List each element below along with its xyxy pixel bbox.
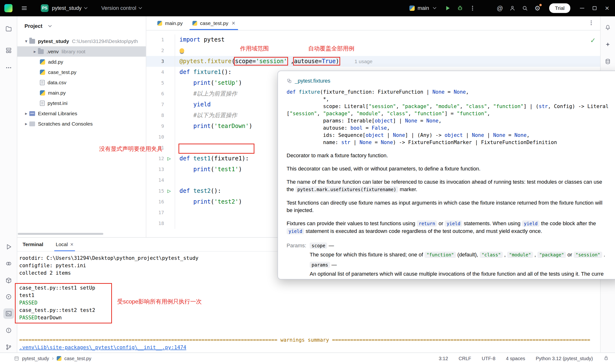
folder-icon — [38, 49, 44, 54]
text-segment: params: Iterable[ — [287, 118, 375, 124]
text-segment: ) -> FixtureFunctionMarker | FixtureFunc… — [393, 140, 557, 145]
project-badge[interactable]: PS — [41, 4, 49, 12]
hamburger-menu-icon[interactable] — [19, 3, 30, 14]
ai-assistant-icon[interactable] — [602, 39, 613, 50]
text-segment: PASSED — [19, 315, 38, 321]
text-segment: (fixture1): — [211, 155, 249, 162]
close-tab-icon[interactable]: × — [70, 241, 73, 248]
signature-line: name: str | None = None) -> FixtureFunct… — [287, 139, 611, 146]
chevron-collapsed-icon[interactable]: ▸ — [23, 111, 29, 116]
text-segment: This decorator can be used, with or with… — [287, 166, 481, 172]
breadcrumb-project[interactable]: pytest_study — [22, 356, 49, 361]
more-tool-windows-icon[interactable] — [3, 63, 14, 73]
minimize-icon[interactable] — [576, 3, 588, 14]
text-segment: ( — [232, 58, 235, 65]
pycharm-logo[interactable] — [4, 4, 13, 12]
python-interpreter[interactable]: Python 3.12 (pytest_study) — [536, 356, 593, 361]
maximize-icon[interactable] — [589, 3, 600, 14]
text-segment: case_test.py::test1 setUp — [19, 285, 95, 291]
line-separator[interactable]: CRLF — [459, 356, 471, 361]
file-encoding[interactable]: UTF-8 — [482, 356, 495, 361]
close-icon[interactable]: × — [602, 3, 613, 14]
version-control-tool-icon[interactable] — [3, 342, 14, 352]
tree-item-case-test.py[interactable]: case_test.py — [17, 67, 146, 77]
ai-mention-icon[interactable]: @ — [495, 3, 506, 14]
readonly-lock-icon[interactable] — [603, 355, 609, 362]
text-segment: def — [179, 188, 193, 194]
text-segment: print — [193, 79, 211, 86]
tree-item-data.csv[interactable]: data.csv — [17, 77, 146, 88]
line-number: 6 — [154, 88, 164, 99]
gutter: 15▷ — [146, 186, 175, 196]
text-segment: "package" — [402, 104, 429, 109]
tree-item-external-libraries[interactable]: ▸External Libraries — [17, 108, 146, 119]
param-name-chip: scope — [310, 243, 327, 249]
tree-item-main.py[interactable]: main.py — [17, 88, 146, 98]
project-panel-header[interactable]: Project — [17, 16, 146, 36]
chevron-collapsed-icon[interactable]: ▸ — [23, 121, 29, 127]
code-line-2[interactable]: 2 — [146, 45, 600, 56]
tab-options-icon[interactable] — [588, 20, 594, 27]
notifications-bell-icon[interactable] — [602, 22, 613, 33]
chevron-expanded-icon[interactable]: ▾ — [23, 39, 29, 44]
tree-item-.venv[interactable]: ▸.venvlibrary root — [17, 46, 146, 57]
tree-item-scratches-and-consoles[interactable]: ▸Scratches and Consoles — [17, 119, 146, 129]
text-segment: print — [193, 123, 211, 130]
run-tool-icon[interactable] — [3, 242, 14, 252]
chevron-collapsed-icon[interactable]: ▸ — [32, 49, 38, 54]
project-selector[interactable]: pytest_study — [52, 5, 82, 11]
database-icon[interactable] — [602, 56, 613, 67]
debug-button[interactable] — [455, 3, 466, 14]
structure-tool-icon[interactable] — [3, 45, 14, 56]
caret-position[interactable]: 3:12 — [439, 356, 448, 361]
text-segment: None — [472, 132, 484, 138]
terminal-tool-icon[interactable] — [3, 308, 14, 319]
tab-main.py[interactable]: main.py — [153, 16, 188, 30]
python-file-icon — [157, 21, 162, 26]
gutter: 7 — [146, 99, 175, 110]
close-tab-icon[interactable]: × — [232, 20, 235, 27]
version-control-menu[interactable]: Version control — [101, 5, 136, 11]
text-segment: str — [341, 140, 350, 145]
text-segment: test1 — [19, 292, 34, 298]
run-button[interactable] — [442, 3, 453, 14]
module-name[interactable]: _pytest.fixtures — [295, 78, 330, 84]
terminal-title[interactable]: Terminal — [23, 242, 43, 247]
tree-item-add.py[interactable]: add.py — [17, 57, 146, 67]
file-link[interactable]: .venv\Lib\site-packages\_pytest\config\_… — [19, 345, 186, 350]
python-console-icon[interactable] — [3, 258, 14, 269]
settings-icon[interactable]: ⚙ — [532, 3, 543, 14]
run-configuration[interactable]: main — [417, 5, 429, 11]
terminal-tab-local[interactable]: Local × — [54, 238, 75, 251]
problems-tool-icon[interactable] — [3, 325, 14, 336]
breadcrumb-file[interactable]: case_test.py — [64, 356, 91, 361]
text-segment: ) — [336, 58, 339, 65]
more-options-icon[interactable] — [467, 3, 478, 14]
indent-style[interactable]: 4 spaces — [506, 356, 525, 361]
code-line-1[interactable]: 1import pytest — [146, 34, 600, 45]
tree-item-pytest-study[interactable]: ▾pytest_studyC:\Users\31294\Desktop\pyth — [17, 36, 146, 46]
services-tool-icon[interactable] — [3, 291, 14, 302]
code-text — [175, 218, 179, 229]
text-segment: None — [432, 89, 445, 95]
horizontal-scrollbar[interactable] — [18, 233, 103, 235]
text-segment: object — [375, 118, 393, 124]
python-packages-icon[interactable] — [3, 275, 14, 286]
code-line-3[interactable]: 3@pytest.fixture(scope='session' ,autous… — [146, 56, 600, 67]
text-segment: . — [602, 252, 605, 258]
run-test-icon[interactable]: ▷ — [165, 186, 173, 196]
tree-item-pytest.ini[interactable]: pytest.ini — [17, 98, 146, 108]
trial-button[interactable]: Trial — [549, 3, 570, 13]
search-icon[interactable] — [519, 3, 530, 14]
intention-bulb-icon[interactable] — [179, 48, 184, 53]
code-with-me-icon[interactable] — [507, 3, 518, 14]
project-tool-icon[interactable] — [3, 24, 14, 34]
text-segment: ( — [211, 166, 214, 173]
text-segment: "function" — [493, 104, 523, 109]
text-segment: = — [372, 140, 381, 145]
tab-case_test.py[interactable]: case_test.py× — [188, 16, 240, 30]
run-test-icon[interactable]: ▷ — [165, 153, 173, 164]
terminal-line: PASSED — [19, 299, 615, 307]
tree-label: pytest.ini — [48, 100, 67, 106]
project-window-icon — [14, 356, 19, 361]
